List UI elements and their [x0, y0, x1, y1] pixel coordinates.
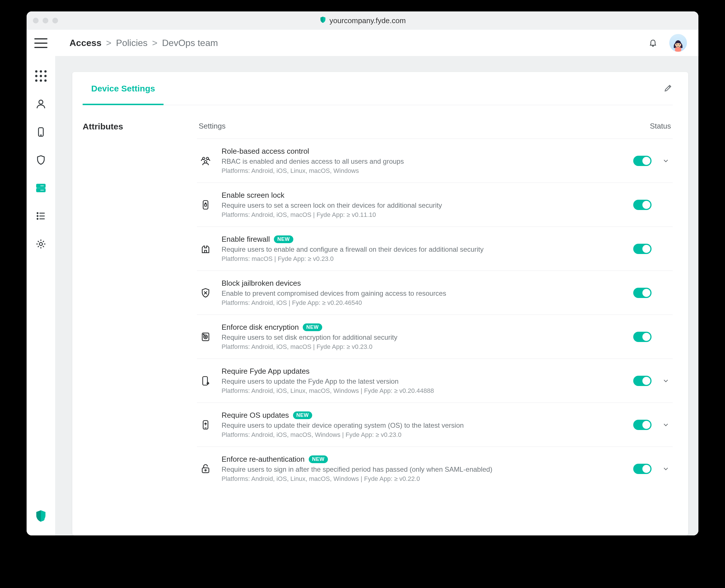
setting-body: Enforce re-authenticationNEWRequire user…	[222, 455, 624, 483]
chevron-down-icon[interactable]	[661, 421, 671, 428]
section-title: Attributes	[83, 122, 197, 131]
setting-body: Require Fyde App updatesRequire users to…	[222, 367, 624, 395]
shield-icon	[319, 16, 327, 25]
svg-point-26	[204, 335, 207, 339]
server-icon[interactable]	[35, 182, 47, 194]
chevron-down-icon[interactable]	[661, 157, 671, 165]
status-toggle[interactable]	[633, 332, 651, 342]
setting-icon	[199, 199, 213, 211]
setting-platforms: Platforms: Android, iOS | Fyde App: ≥ v0…	[222, 299, 624, 307]
svg-point-5	[38, 185, 39, 186]
status-toggle[interactable]	[633, 288, 651, 298]
setting-icon	[199, 155, 213, 167]
new-badge: NEW	[309, 456, 328, 463]
setting-row: Enable firewallNEWRequire users to enabl…	[197, 227, 673, 271]
list-icon[interactable]	[35, 210, 47, 222]
setting-row: Require Fyde App updatesRequire users to…	[197, 359, 673, 403]
sidebar-nav	[35, 70, 47, 250]
setting-icon	[199, 375, 213, 386]
setting-icon	[199, 419, 213, 430]
setting-platforms: Platforms: Android, iOS, Linux, macOS, W…	[222, 387, 624, 395]
setting-icon	[199, 463, 213, 475]
setting-body: Enforce disk encryptionNEWRequire users …	[222, 323, 624, 351]
new-badge: NEW	[303, 323, 322, 331]
setting-title: Require Fyde App updates	[222, 367, 624, 376]
section-side: Attributes	[83, 122, 197, 490]
device-icon[interactable]	[35, 126, 47, 138]
app-body: Access > Policies > DevOps team	[26, 30, 699, 536]
shield-nav-icon[interactable]	[35, 154, 47, 166]
window-controls	[33, 18, 58, 23]
close-dot[interactable]	[33, 18, 39, 23]
brand-logo	[34, 509, 48, 524]
bell-icon[interactable]	[649, 39, 657, 47]
setting-icon	[199, 243, 213, 255]
chevron-down-icon[interactable]	[661, 465, 671, 472]
status-toggle[interactable]	[633, 156, 651, 166]
setting-platforms: Platforms: Android, iOS, Linux, macOS, W…	[222, 475, 624, 483]
titlebar: yourcompany.fyde.com	[26, 12, 699, 30]
url-text: yourcompany.fyde.com	[330, 16, 406, 25]
setting-platforms: Platforms: Android, iOS, macOS | Fyde Ap…	[222, 211, 624, 218]
panel-wrap: Device Settings Attributes Settings	[55, 56, 699, 536]
minimize-dot[interactable]	[43, 18, 48, 23]
setting-desc: Enable to prevent compromised devices fr…	[222, 290, 624, 297]
svg-rect-19	[675, 47, 681, 52]
address-bar: yourcompany.fyde.com	[319, 16, 406, 25]
svg-point-28	[203, 334, 204, 335]
setting-platforms: Platforms: Android, iOS, macOS, Windows …	[222, 431, 624, 439]
breadcrumb-l1[interactable]: Policies	[116, 38, 147, 48]
svg-point-6	[38, 190, 39, 191]
setting-icon	[199, 331, 213, 342]
breadcrumb-l2[interactable]: DevOps team	[162, 38, 218, 48]
hamburger-menu[interactable]	[34, 38, 47, 48]
setting-title-text: Enable firewall	[222, 235, 270, 244]
avatar[interactable]	[669, 34, 687, 52]
setting-icon	[199, 287, 213, 298]
maximize-dot[interactable]	[52, 18, 58, 23]
gear-icon[interactable]	[35, 238, 47, 250]
breadcrumb-root[interactable]: Access	[69, 38, 101, 48]
status-toggle[interactable]	[633, 420, 651, 430]
panel-header: Device Settings	[83, 72, 673, 105]
section-main: Settings Status Role-based access contro…	[197, 122, 673, 490]
setting-platforms: Platforms: Android, iOS, macOS | Fyde Ap…	[222, 343, 624, 351]
setting-desc: Require users to enable and configure a …	[222, 246, 624, 253]
user-icon[interactable]	[35, 98, 47, 110]
column-headers: Settings Status	[197, 122, 673, 139]
setting-title: Enforce disk encryptionNEW	[222, 323, 624, 332]
tab-device-settings[interactable]: Device Settings	[83, 72, 163, 105]
device-settings-panel: Device Settings Attributes Settings	[72, 72, 688, 536]
setting-title: Enable firewallNEW	[222, 235, 624, 244]
setting-body: Require OS updatesNEWRequire users to up…	[222, 411, 624, 439]
svg-point-33	[205, 469, 206, 471]
setting-desc: Require users to update the Fyde App to …	[222, 377, 624, 385]
edit-button[interactable]	[664, 83, 673, 94]
status-toggle[interactable]	[633, 244, 651, 254]
col-status-header: Status	[650, 122, 671, 130]
setting-row: Block jailbroken devicesEnable to preven…	[197, 271, 673, 315]
apps-grid-icon[interactable]	[35, 70, 47, 82]
svg-rect-23	[203, 201, 208, 209]
status-toggle[interactable]	[633, 376, 651, 386]
setting-row: Enable screen lockRequire users to set a…	[197, 183, 673, 227]
setting-row: Enforce disk encryptionNEWRequire users …	[197, 315, 673, 359]
settings-list: Role-based access controlRBAC is enabled…	[197, 139, 673, 490]
status-toggle[interactable]	[633, 200, 651, 210]
svg-point-11	[37, 215, 38, 216]
setting-body: Enable firewallNEWRequire users to enabl…	[222, 235, 624, 262]
setting-title: Block jailbroken devices	[222, 279, 624, 288]
setting-title-text: Enforce disk encryption	[222, 323, 299, 332]
status-toggle[interactable]	[633, 464, 651, 474]
attributes-section: Attributes Settings Status Role-based ac…	[83, 105, 673, 490]
setting-title-text: Role-based access control	[222, 147, 309, 156]
setting-title-text: Require Fyde App updates	[222, 367, 309, 376]
svg-point-9	[37, 213, 38, 213]
svg-rect-32	[202, 468, 209, 472]
topbar: Access > Policies > DevOps team	[55, 30, 699, 56]
setting-title: Role-based access control	[222, 147, 624, 156]
chevron-down-icon[interactable]	[661, 377, 671, 384]
svg-point-0	[39, 100, 43, 104]
content-area: Access > Policies > DevOps team	[55, 30, 699, 536]
svg-point-15	[39, 243, 43, 246]
